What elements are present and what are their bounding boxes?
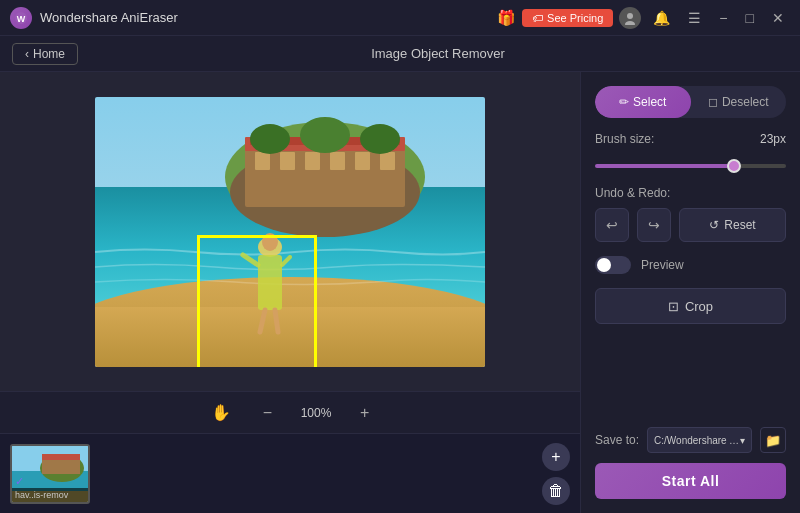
brush-size-section: Brush size: 23px: [595, 132, 786, 172]
svg-point-20: [300, 117, 350, 153]
hamburger-icon: ☰: [688, 10, 701, 26]
svg-rect-7: [95, 307, 485, 367]
toggle-knob: [597, 258, 611, 272]
crop-icon: ⊡: [668, 299, 679, 314]
add-icon: +: [551, 448, 560, 466]
minimize-button[interactable]: −: [713, 8, 733, 28]
svg-point-24: [262, 233, 278, 251]
plus-icon: +: [360, 404, 369, 421]
thumbnail-image[interactable]: ✓ hav..is-remov: [10, 444, 90, 504]
redo-icon: ↪: [648, 217, 660, 233]
brush-size-slider[interactable]: [595, 164, 786, 168]
main-area: ✋ − 100% + ✓: [0, 72, 800, 513]
reset-button[interactable]: ↺ Reset: [679, 208, 786, 242]
svg-rect-23: [258, 255, 282, 310]
svg-rect-33: [42, 458, 80, 474]
crop-button[interactable]: ⊡ Crop: [595, 288, 786, 324]
undo-redo-buttons: ↩ ↪ ↺ Reset: [595, 208, 786, 242]
svg-point-21: [360, 124, 400, 154]
preview-toggle[interactable]: [595, 256, 631, 274]
svg-rect-14: [305, 152, 320, 170]
save-section: Save to: C:/Wondershare AniEraser/li ▾ 📁…: [595, 427, 786, 499]
select-mode-button[interactable]: ✏ Select: [595, 86, 691, 118]
svg-rect-16: [355, 152, 370, 170]
svg-rect-34: [42, 454, 80, 460]
brush-header: Brush size: 23px: [595, 132, 786, 146]
title-bar-right: 🎁 🏷 See Pricing 🔔 ☰ − □ ✕: [497, 7, 790, 29]
undo-button[interactable]: ↩: [595, 208, 629, 242]
undo-redo-section: Undo & Redo: ↩ ↪ ↺ Reset: [595, 186, 786, 242]
redo-button[interactable]: ↪: [637, 208, 671, 242]
deselect-mode-button[interactable]: ◻ Deselect: [691, 86, 787, 118]
svg-rect-12: [255, 152, 270, 170]
menu-button[interactable]: ☰: [682, 8, 707, 28]
add-image-button[interactable]: +: [542, 443, 570, 471]
reset-icon: ↺: [709, 218, 719, 232]
svg-rect-15: [330, 152, 345, 170]
bell-icon: 🔔: [653, 10, 670, 26]
svg-point-3: [625, 21, 635, 25]
title-bar: W Wondershare AniEraser 🎁 🏷 See Pricing …: [0, 0, 800, 36]
back-arrow-icon: ‹: [25, 47, 29, 61]
preview-label: Preview: [641, 258, 684, 272]
eraser-icon: ◻: [708, 95, 718, 109]
folder-button[interactable]: 📁: [760, 427, 786, 453]
svg-point-2: [627, 13, 633, 19]
brush-size-value: 23px: [760, 132, 786, 146]
trash-icon: 🗑: [548, 482, 564, 500]
mode-selector: ✏ Select ◻ Deselect: [595, 86, 786, 118]
thumbnail-strip: ✓ hav..is-remov + 🗑: [0, 433, 580, 513]
strip-actions: + 🗑: [542, 443, 570, 505]
hand-icon: ✋: [211, 404, 231, 421]
maximize-button[interactable]: □: [740, 8, 760, 28]
chevron-down-icon: ▾: [740, 435, 745, 446]
gift-button[interactable]: 🎁: [497, 9, 516, 27]
brush-size-label: Brush size:: [595, 132, 654, 146]
app-logo: W: [10, 7, 32, 29]
title-bar-left: W Wondershare AniEraser: [10, 7, 178, 29]
home-button[interactable]: ‹ Home: [12, 43, 78, 65]
save-to-label: Save to:: [595, 433, 639, 447]
beach-scene-svg: [95, 97, 485, 367]
right-panel: ✏ Select ◻ Deselect Brush size: 23px Und…: [580, 72, 800, 513]
preview-section: Preview: [595, 256, 786, 274]
svg-line-28: [275, 310, 278, 332]
save-path-selector[interactable]: C:/Wondershare AniEraser/li ▾: [647, 427, 752, 453]
close-button[interactable]: ✕: [766, 8, 790, 28]
folder-icon: 📁: [765, 433, 781, 448]
svg-text:W: W: [17, 14, 26, 24]
delete-image-button[interactable]: 🗑: [542, 477, 570, 505]
svg-point-19: [250, 124, 290, 154]
image-container[interactable]: [0, 72, 580, 391]
toolbar: ‹ Home Image Object Remover: [0, 36, 800, 72]
zoom-in-button[interactable]: +: [352, 400, 377, 426]
app-title: Wondershare AniEraser: [40, 10, 178, 25]
bottom-controls: ✋ − 100% +: [0, 391, 580, 433]
save-to-row: Save to: C:/Wondershare AniEraser/li ▾ 📁: [595, 427, 786, 453]
svg-rect-17: [380, 152, 395, 170]
pricing-icon: 🏷: [532, 12, 543, 24]
minus-icon: −: [263, 404, 272, 421]
pricing-button[interactable]: 🏷 See Pricing: [522, 9, 613, 27]
zoom-level: 100%: [296, 406, 336, 420]
start-all-button[interactable]: Start All: [595, 463, 786, 499]
hand-tool-button[interactable]: ✋: [203, 399, 239, 426]
thumb-checkmark: ✓: [15, 475, 24, 488]
main-image[interactable]: [95, 97, 485, 367]
page-title: Image Object Remover: [88, 46, 788, 61]
zoom-out-button[interactable]: −: [255, 400, 280, 426]
canvas-area: ✋ − 100% + ✓: [0, 72, 580, 513]
svg-rect-13: [280, 152, 295, 170]
undo-icon: ↩: [606, 217, 618, 233]
undo-redo-label: Undo & Redo:: [595, 186, 786, 200]
thumb-label: hav..is-remov: [12, 488, 88, 502]
notification-button[interactable]: 🔔: [647, 8, 676, 28]
brush-icon: ✏: [619, 95, 629, 109]
user-avatar[interactable]: [619, 7, 641, 29]
